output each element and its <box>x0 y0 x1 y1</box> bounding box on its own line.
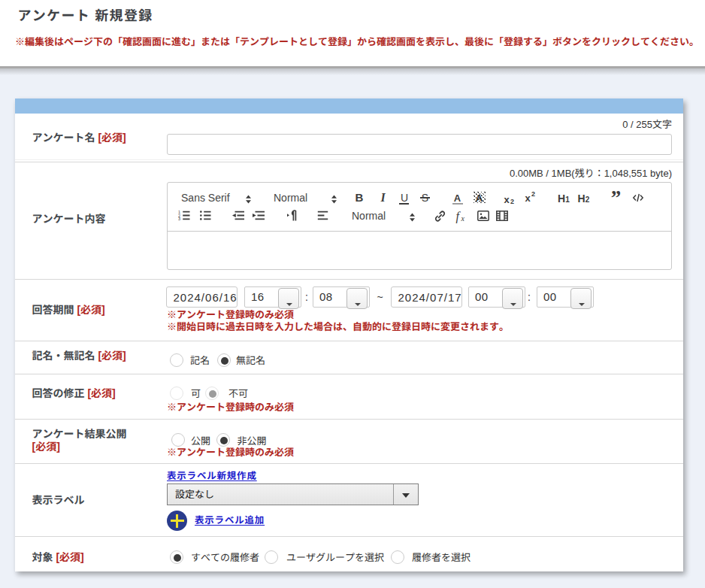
svg-text:3: 3 <box>178 217 180 221</box>
